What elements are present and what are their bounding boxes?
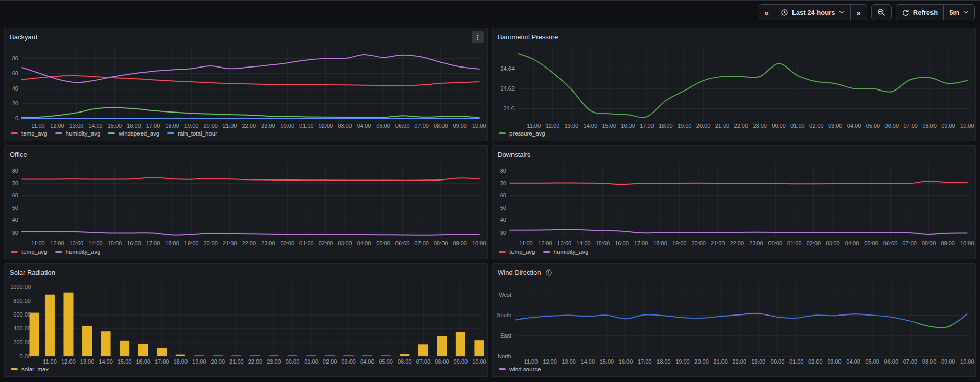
svg-text:70: 70: [12, 180, 18, 186]
chart-office[interactable]: 11:0012:0013:0014:0015:0016:0017:0018:00…: [5, 160, 487, 248]
time-range-picker-button[interactable]: Last 24 hours: [775, 5, 851, 20]
svg-text:15:00: 15:00: [600, 358, 614, 365]
svg-text:08:00: 08:00: [434, 123, 448, 129]
svg-text:West: West: [499, 291, 511, 297]
panel-title-pressure[interactable]: Barometric Pressure: [498, 33, 558, 41]
panel-menu-kebab-icon[interactable]: [472, 31, 484, 43]
chart-pressure[interactable]: 11:0012:0013:0014:0015:0016:0017:0018:00…: [493, 42, 975, 130]
legend-pressure: pressure_avg: [493, 130, 975, 141]
svg-text:200.00: 200.00: [13, 339, 31, 345]
legend-item-temp_avg[interactable]: temp_avg: [11, 130, 48, 137]
svg-text:04:00: 04:00: [846, 358, 860, 365]
panel-title-office[interactable]: Office: [10, 151, 27, 159]
refresh-interval-button[interactable]: 5m: [943, 5, 974, 20]
chart-svg-wind[interactable]: 11:0012:0013:0014:0015:0016:0017:0018:00…: [493, 278, 975, 366]
svg-text:18:00: 18:00: [165, 123, 179, 129]
chart-svg-downstairs[interactable]: 11:0012:0013:0014:0015:0016:0017:0018:00…: [493, 160, 975, 248]
svg-text:16:00: 16:00: [615, 240, 629, 246]
time-zoom-out-button[interactable]: [871, 4, 892, 20]
chart-svg-backyard[interactable]: 11:0012:0013:0014:0015:0016:0017:0018:00…: [5, 42, 487, 130]
svg-text:20:00: 20:00: [203, 240, 218, 246]
chart-solar[interactable]: 11:0012:0013:0014:0015:0016:0017:0018:00…: [5, 278, 487, 366]
double-chevron-left-icon: «: [765, 8, 769, 17]
svg-text:11:00: 11:00: [31, 123, 45, 129]
svg-text:06:00: 06:00: [884, 358, 899, 365]
svg-text:18:00: 18:00: [165, 240, 179, 246]
chart-svg-solar[interactable]: 11:0012:0013:0014:0015:0016:0017:0018:00…: [5, 278, 487, 366]
legend-item-humidity_avg[interactable]: humidity_avg: [55, 130, 101, 137]
svg-text:20:00: 20:00: [211, 358, 225, 365]
panel-title-downstairs[interactable]: Downstairs: [498, 151, 530, 159]
svg-text:23:00: 23:00: [261, 123, 275, 129]
panel-solar: Solar Radiation11:0012:0013:0014:0015:00…: [4, 263, 488, 377]
svg-text:19:00: 19:00: [675, 358, 690, 365]
svg-text:03:00: 03:00: [341, 358, 356, 365]
chart-wind[interactable]: 11:0012:0013:0014:0015:0016:0017:0018:00…: [493, 278, 975, 366]
legend-solar: solar_max: [5, 366, 487, 376]
legend-item-wind_source[interactable]: wind source: [499, 366, 541, 372]
svg-text:02:00: 02:00: [319, 123, 333, 129]
panel-title-wind[interactable]: Wind Direction: [498, 268, 541, 276]
time-range-label: Last 24 hours: [792, 9, 835, 16]
svg-text:03:00: 03:00: [338, 123, 352, 129]
legend-item-humidity_avg[interactable]: humidity_avg: [543, 249, 589, 255]
svg-text:01:00: 01:00: [299, 240, 314, 246]
svg-text:40: 40: [12, 85, 18, 92]
panel-wind: Wind Direction11:0012:0013:0014:0015:001…: [492, 263, 976, 377]
chart-backyard[interactable]: 11:0012:0013:0014:0015:0016:0017:0018:00…: [5, 42, 487, 130]
svg-text:05:00: 05:00: [376, 240, 390, 246]
svg-text:0.00: 0.00: [20, 353, 31, 359]
svg-text:40: 40: [500, 217, 506, 223]
svg-text:22:00: 22:00: [730, 240, 744, 246]
svg-text:15:00: 15:00: [596, 240, 610, 246]
svg-text:0: 0: [15, 115, 18, 121]
legend-item-solar_max[interactable]: solar_max: [11, 366, 49, 372]
svg-text:16:00: 16:00: [127, 240, 141, 246]
info-icon[interactable]: [545, 269, 552, 276]
svg-text:60: 60: [12, 70, 18, 76]
legend-office: temp_avghumidity_avg: [5, 248, 487, 259]
svg-text:15:00: 15:00: [108, 123, 122, 129]
svg-text:10:00: 10:00: [960, 240, 974, 246]
chart-svg-pressure[interactable]: 11:0012:0013:0014:0015:0016:0017:0018:00…: [493, 42, 975, 130]
svg-text:03:00: 03:00: [828, 123, 843, 129]
chart-svg-office[interactable]: 11:0012:0013:0014:0015:0016:0017:0018:00…: [5, 160, 487, 248]
legend-series-swatch: [11, 368, 18, 370]
legend-series-swatch: [167, 132, 174, 134]
panel-pressure: Barometric Pressure11:0012:0013:0014:001…: [492, 28, 976, 141]
refresh-group: Refresh 5m: [896, 4, 975, 20]
legend-series-swatch: [543, 251, 550, 253]
chart-downstairs[interactable]: 11:0012:0013:0014:0015:0016:0017:0018:00…: [493, 160, 975, 248]
svg-text:13:00: 13:00: [69, 123, 84, 129]
svg-text:09:00: 09:00: [453, 123, 467, 129]
svg-text:00:00: 00:00: [286, 358, 300, 365]
svg-text:19:00: 19:00: [678, 123, 692, 129]
svg-text:40: 40: [12, 217, 18, 223]
svg-text:00:00: 00:00: [281, 123, 295, 129]
svg-text:11:00: 11:00: [527, 123, 541, 129]
svg-text:14:00: 14:00: [581, 358, 595, 365]
legend-item-windspeed_avg[interactable]: windspeed_avg: [108, 130, 159, 137]
svg-text:21:00: 21:00: [229, 358, 244, 365]
svg-text:10:00: 10:00: [960, 358, 974, 365]
svg-text:20:00: 20:00: [696, 123, 711, 129]
refresh-button[interactable]: Refresh: [896, 5, 943, 20]
time-shift-forward-button[interactable]: »: [850, 5, 866, 20]
legend-item-humidity_avg[interactable]: humidity_avg: [55, 249, 101, 255]
svg-text:07:00: 07:00: [903, 358, 918, 365]
legend-series-label: solar_max: [21, 366, 49, 372]
svg-text:24.64: 24.64: [500, 65, 515, 72]
panel-title-solar[interactable]: Solar Radiation: [10, 268, 55, 276]
svg-text:17:00: 17:00: [638, 358, 652, 365]
time-shift-back-button[interactable]: «: [759, 5, 775, 20]
legend-item-rain_total_hour[interactable]: rain_total_hour: [167, 130, 217, 137]
svg-text:10:00: 10:00: [472, 358, 486, 365]
legend-item-pressure_avg[interactable]: pressure_avg: [499, 130, 545, 137]
svg-text:01:00: 01:00: [299, 123, 314, 129]
svg-text:12:00: 12:00: [61, 358, 76, 365]
panel-header: Office: [5, 146, 487, 160]
panel-title-backyard[interactable]: Backyard: [10, 33, 37, 41]
legend-item-temp_avg[interactable]: temp_avg: [11, 249, 48, 255]
legend-item-temp_avg[interactable]: temp_avg: [499, 249, 535, 255]
svg-text:16:00: 16:00: [621, 123, 635, 129]
